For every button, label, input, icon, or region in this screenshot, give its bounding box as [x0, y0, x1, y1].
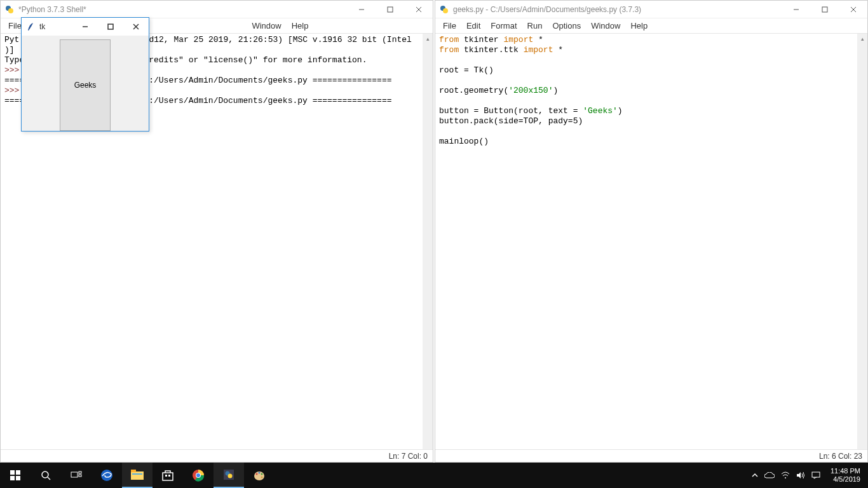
txt-star: * [533, 35, 543, 44]
tray-notifications-icon[interactable] [811, 471, 820, 479]
paint-icon[interactable] [244, 463, 275, 488]
menu-format[interactable]: Format [485, 20, 522, 32]
scroll-up-icon[interactable]: ▴ [857, 34, 867, 44]
shell-text-l3b: redits" or "license()" for more informat… [149, 55, 367, 65]
svg-rect-19 [16, 476, 20, 480]
shell-status: Ln: 7 Col: 0 [389, 452, 428, 461]
svg-point-20 [42, 471, 48, 478]
kw-import: import [503, 35, 533, 44]
python-editor-window: geeks.py - C:/Users/Admin/Documents/geek… [435, 0, 868, 463]
start-button[interactable] [0, 463, 31, 488]
taskbar-left [0, 463, 275, 488]
tk-window-controls [72, 18, 149, 36]
file-explorer-icon[interactable] [122, 463, 153, 488]
tray-wifi-icon[interactable] [781, 471, 790, 479]
tk-close-button[interactable] [123, 18, 149, 36]
tk-minimize-button[interactable] [72, 18, 98, 36]
minimize-button[interactable] [782, 1, 810, 18]
svg-rect-9 [822, 7, 827, 12]
tray-onedrive-icon[interactable] [764, 472, 775, 478]
svg-rect-29 [163, 473, 173, 480]
task-view-button[interactable] [61, 463, 92, 488]
str-geeks: 'Geeks' [583, 106, 618, 116]
menu-options[interactable]: Options [547, 20, 586, 32]
editor-title: geeks.py - C:/Users/Admin/Documents/geek… [453, 5, 782, 14]
geeks-button[interactable]: Geeks [60, 39, 111, 131]
editor-content[interactable]: from tkinter import * from tkinter.ttk i… [435, 34, 867, 449]
tk-title: tk [39, 22, 72, 31]
shell-titlebar[interactable]: *Python 3.7.3 Shell* [1, 1, 433, 18]
shell-prompt: >>> [4, 65, 19, 75]
editor-titlebar[interactable]: geeks.py - C:/Users/Admin/Documents/geek… [435, 1, 867, 18]
shell-title: *Python 3.7.3 Shell* [18, 5, 347, 14]
python-idle-taskbar-icon[interactable] [214, 463, 244, 488]
scroll-up-icon[interactable]: ▴ [423, 34, 433, 44]
microsoft-store-icon[interactable] [153, 463, 183, 488]
editor-scrollbar[interactable]: ▴ [857, 34, 867, 449]
kw-from2: from [439, 45, 459, 55]
txt-geom2: ) [553, 86, 558, 95]
menu-help[interactable]: Help [625, 20, 653, 32]
windows-taskbar: 11:48 PM 4/5/2019 [0, 463, 868, 488]
svg-rect-22 [71, 472, 78, 477]
kw-from: from [439, 35, 459, 44]
svg-rect-27 [131, 470, 136, 472]
svg-rect-44 [812, 472, 820, 477]
menu-edit[interactable]: Edit [461, 20, 485, 32]
tray-chevron-up-icon[interactable] [752, 472, 758, 478]
shell-text-l1b: d12, Mar 25 2019, 21:26:53) [MSC v.1916 … [149, 35, 411, 44]
svg-point-37 [228, 474, 233, 478]
txt-mainloop: mainloop() [439, 137, 489, 146]
svg-rect-23 [79, 471, 81, 473]
minimize-button[interactable] [347, 1, 376, 18]
txt-btn2: ) [618, 106, 623, 116]
shell-text-l2a: )] [4, 45, 19, 55]
close-button[interactable] [839, 1, 867, 18]
svg-line-21 [48, 477, 50, 480]
tk-maximize-button[interactable] [98, 18, 123, 36]
python-idle-icon [4, 4, 15, 15]
maximize-button[interactable] [810, 1, 839, 18]
maximize-button[interactable] [376, 1, 404, 18]
menu-window[interactable]: Window [586, 20, 625, 32]
svg-point-42 [261, 477, 263, 478]
shell-scrollbar[interactable]: ▴ [423, 34, 433, 449]
shell-restart2b: :/Users/Admin/Documents/geeks.py =======… [149, 96, 391, 105]
svg-rect-13 [108, 24, 113, 29]
txt-star2: * [553, 45, 563, 55]
svg-rect-17 [16, 470, 20, 475]
svg-point-1 [8, 8, 13, 13]
chrome-browser-icon[interactable] [183, 463, 214, 488]
menu-file[interactable]: File [438, 20, 461, 32]
svg-rect-26 [131, 471, 144, 480]
txt-root: root = Tk() [439, 65, 494, 75]
close-button[interactable] [404, 1, 433, 18]
menu-help[interactable]: Help [287, 20, 314, 32]
editor-window-controls [782, 1, 867, 18]
txt-pack: button.pack(side=TOP, pady=5) [439, 116, 583, 126]
menu-run[interactable]: Run [522, 20, 548, 32]
svg-point-39 [256, 473, 258, 475]
svg-rect-3 [388, 7, 393, 12]
svg-point-43 [785, 477, 786, 478]
menu-window[interactable]: Window [247, 20, 286, 32]
svg-rect-28 [132, 473, 142, 475]
editor-menubar: File Edit Format Run Options Window Help [435, 18, 867, 34]
svg-point-41 [261, 473, 263, 475]
svg-rect-30 [165, 475, 167, 477]
svg-rect-16 [10, 470, 15, 475]
editor-statusbar: Ln: 6 Col: 23 [435, 449, 867, 462]
taskbar-clock[interactable]: 11:48 PM 4/5/2019 [827, 467, 864, 484]
svg-rect-31 [168, 475, 170, 477]
shell-statusbar: Ln: 7 Col: 0 [1, 449, 433, 462]
tk-titlebar[interactable]: tk [22, 18, 149, 36]
clock-time: 11:48 PM [831, 467, 860, 475]
shell-text-l1a: Pyt [4, 35, 19, 44]
tray-volume-icon[interactable] [796, 471, 805, 479]
svg-point-34 [196, 473, 200, 477]
txt-ttk: tkinter.ttk [459, 45, 523, 55]
search-button[interactable] [31, 463, 61, 488]
edge-browser-icon[interactable] [92, 463, 122, 488]
tk-feather-icon [27, 22, 36, 31]
shell-window-controls [347, 1, 433, 18]
